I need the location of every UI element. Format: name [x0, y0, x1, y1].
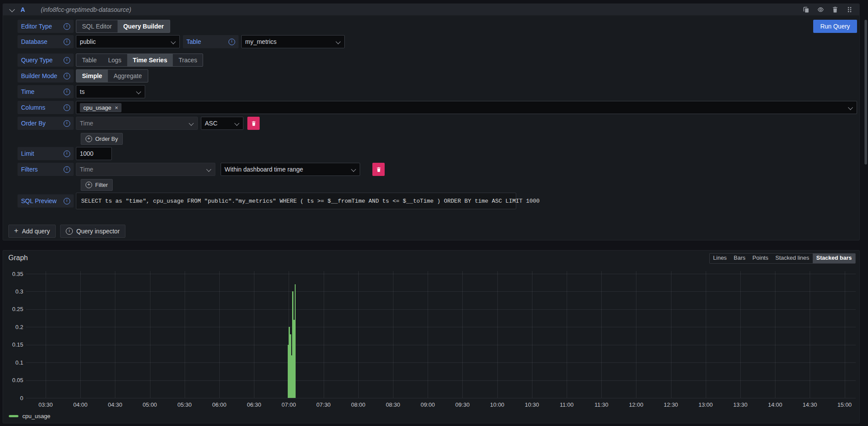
query-row-header[interactable]: A (info8fcc-greptimedb-datasource) [3, 4, 859, 15]
info-icon[interactable]: i [64, 57, 70, 64]
bar [295, 284, 296, 398]
query-inspector-label: Query inspector [76, 228, 120, 235]
datasource-name: (info8fcc-greptimedb-datasource) [41, 6, 131, 13]
plus-circle-icon: + [86, 182, 92, 188]
order-by-column-select[interactable]: Time [76, 117, 198, 130]
columns-multiselect[interactable]: cpu_usage × [76, 101, 857, 114]
x-tick-label: 08:00 [341, 401, 376, 408]
x-tick-label: 07:00 [271, 401, 306, 408]
legend-label: cpu_usage [22, 413, 50, 419]
order-by-direction-select[interactable]: ASC [201, 117, 243, 130]
info-icon[interactable]: i [64, 166, 70, 173]
info-icon[interactable]: i [64, 73, 70, 79]
v-gridline [150, 271, 150, 398]
query-type-option-logs[interactable]: Logs [102, 54, 127, 66]
editor-type-option-sql-editor[interactable]: SQL Editor [76, 20, 118, 32]
info-icon[interactable]: i [64, 89, 70, 95]
field-label-sql-preview: SQL Preview i [18, 194, 74, 208]
v-gridline [115, 271, 115, 398]
table-label: Table [186, 38, 201, 45]
x-tick-label: 08:30 [375, 401, 411, 408]
builder-mode-label: Builder Mode [21, 72, 57, 79]
info-icon[interactable]: i [64, 198, 70, 204]
remove-column-icon[interactable]: × [115, 105, 118, 111]
y-tick-label: 0.05 [3, 377, 23, 383]
table-select[interactable]: my_metrics [241, 35, 345, 48]
duplicate-query-icon[interactable] [803, 6, 810, 13]
x-tick-label: 06:30 [236, 401, 271, 408]
v-gridline [532, 271, 532, 398]
x-tick-label: 09:30 [445, 401, 480, 408]
y-tick-label: 0.1 [3, 359, 23, 366]
query-type-option-time-series[interactable]: Time Series [127, 54, 173, 66]
info-icon[interactable]: i [64, 104, 70, 111]
v-gridline [671, 271, 672, 398]
add-filter-button[interactable]: + Filter [81, 179, 113, 191]
time-column-select[interactable]: ts [76, 85, 145, 98]
x-tick-label: 11:00 [549, 401, 584, 408]
h-gridline [26, 362, 856, 363]
chevron-down-icon [336, 39, 340, 44]
add-order-by-button[interactable]: + Order By [81, 133, 123, 145]
toggle-visibility-icon[interactable] [817, 6, 824, 13]
sql-preview-box: SELECT ts as "time", cpu_usage FROM "pub… [76, 193, 516, 209]
query-type-option-traces[interactable]: Traces [173, 54, 203, 66]
query-inspector-button[interactable]: i Query inspector [60, 225, 125, 238]
remove-filter-button[interactable] [372, 163, 385, 176]
chevron-down-icon [351, 167, 356, 172]
add-filter-label: Filter [95, 182, 108, 188]
info-icon[interactable]: i [64, 39, 70, 45]
legend-item-cpu-usage[interactable]: cpu_usage [9, 413, 50, 419]
x-tick-label: 04:30 [97, 401, 132, 408]
x-tick-label: 04:00 [63, 401, 98, 408]
run-query-button[interactable]: Run Query [813, 20, 857, 33]
query-type-option-table[interactable]: Table [76, 54, 102, 66]
x-tick-label: 10:30 [514, 401, 550, 408]
info-icon[interactable]: i [64, 120, 70, 127]
field-label-query-type: Query Type i [18, 54, 74, 67]
database-select[interactable]: public [76, 35, 180, 48]
field-label-order-by: Order By i [18, 117, 74, 130]
x-tick-label: 13:30 [723, 401, 758, 408]
info-icon[interactable]: i [64, 150, 70, 157]
editor-type-option-query-builder[interactable]: Query Builder [118, 20, 170, 32]
add-query-button[interactable]: + Add query [8, 225, 56, 238]
limit-value: 1000 [80, 150, 93, 157]
v-gridline [706, 271, 706, 398]
builder-mode-option-simple[interactable]: Simple [76, 70, 108, 82]
h-gridline [26, 345, 856, 345]
limit-input[interactable]: 1000 [76, 147, 112, 160]
info-icon[interactable]: i [64, 23, 70, 30]
delete-query-icon[interactable] [832, 6, 839, 13]
v-gridline [810, 271, 810, 398]
x-tick-label: 07:30 [306, 401, 341, 408]
chevron-down-icon [234, 121, 239, 125]
remove-order-by-button[interactable] [247, 117, 260, 130]
filter-column-select[interactable]: Time [76, 163, 215, 176]
graph-panel: Graph LinesBarsPointsStacked linesStacke… [3, 250, 860, 423]
plus-circle-icon: + [86, 136, 92, 142]
time-series-chart: cpu_usage 00.050.10.150.20.250.30.3503:3… [3, 251, 859, 423]
v-gridline [775, 271, 775, 398]
drag-handle-icon[interactable] [846, 6, 853, 13]
field-label-filters: Filters i [18, 163, 74, 176]
x-tick-label: 03:30 [28, 401, 63, 408]
v-gridline [428, 271, 428, 398]
y-tick-label: 0.35 [3, 271, 23, 277]
builder-mode-option-aggregate[interactable]: Aggregate [108, 70, 148, 82]
collapse-chevron-icon[interactable] [9, 7, 15, 12]
sql-preview-label: SQL Preview [21, 197, 57, 204]
x-tick-label: 13:00 [688, 401, 723, 408]
v-gridline [219, 271, 220, 398]
filters-label: Filters [21, 166, 38, 173]
info-circle-icon: i [66, 228, 73, 235]
filter-condition-select[interactable]: Within dashboard time range [221, 163, 360, 176]
x-tick-label: 14:00 [757, 401, 793, 408]
scrollbar[interactable] [864, 20, 867, 165]
x-tick-label: 12:30 [654, 401, 689, 408]
chevron-down-icon [136, 89, 141, 94]
legend-color-dash [9, 415, 18, 417]
chevron-down-icon [171, 39, 175, 44]
info-icon[interactable]: i [229, 39, 235, 45]
x-tick-label: 06:00 [202, 401, 237, 408]
